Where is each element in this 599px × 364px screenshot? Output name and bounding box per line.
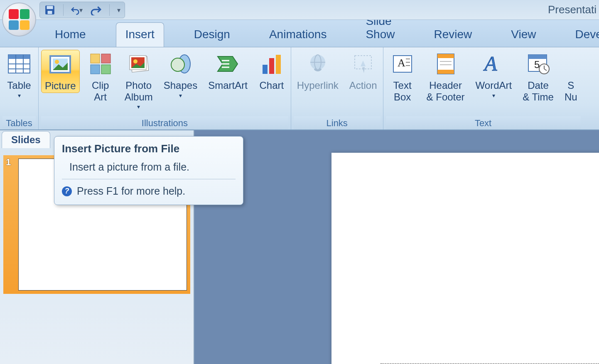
photoalbum-icon [127,52,150,76]
title-bar: ▾ ▾ Presentati [0,0,599,20]
svg-rect-38 [437,54,454,58]
slidenum-icon [565,52,577,76]
table-button[interactable]: Table ▾ [2,50,36,100]
table-icon [7,52,31,76]
tab-insert[interactable]: Insert [116,22,164,47]
action-icon [351,52,375,76]
group-links: Hyperlink Action Links [291,47,383,129]
smartart-button[interactable]: SmartArt [205,50,251,92]
clipart-button[interactable]: Clip Art [84,50,117,103]
svg-rect-44 [528,55,547,59]
svg-rect-39 [437,70,454,74]
tab-design[interactable]: Design [185,23,239,47]
datetime-label: Date & Time [523,80,554,103]
shapes-label: Shapes [164,80,197,91]
quick-access-toolbar: ▾ ▾ [39,2,125,18]
photoalbum-button[interactable]: Photo Album ▾ [121,50,156,111]
thumb-number: 1 [6,157,11,168]
photoalbum-label: Photo Album [125,80,153,103]
tooltip-help-text: Press F1 for more help. [77,185,185,197]
textbox-icon: A [391,52,414,76]
textbox-label: Text Box [393,80,412,103]
group-tables-label: Tables [2,116,36,129]
picture-label: Picture [45,80,76,92]
chart-icon [260,52,283,76]
group-illustrations-label: Illustrations [41,116,288,129]
svg-rect-14 [91,65,100,74]
svg-rect-13 [101,54,110,63]
svg-rect-4 [8,55,30,59]
svg-point-19 [133,59,137,64]
headerfooter-button[interactable]: Header & Footer [423,50,468,103]
dropdown-arrow-icon: ▾ [137,103,140,110]
datetime-button[interactable]: 5 Date & Time [519,50,557,103]
svg-rect-25 [263,65,268,74]
group-illustrations: Picture Clip Art Photo Album ▾ Shapes [39,47,291,129]
clipart-icon [89,52,112,76]
svg-rect-26 [269,58,274,74]
dropdown-arrow-icon: ▾ [179,92,182,99]
tooltip-body: Insert a picture from a file. [69,161,236,173]
tab-developer[interactable]: Developer [566,23,599,47]
ribbon: Table ▾ Tables Picture Clip Art [0,47,599,130]
tab-view[interactable]: View [502,23,545,47]
textbox-button[interactable]: A Text Box [386,50,419,103]
qat-dropdown-icon[interactable]: ▾ [117,6,120,14]
svg-text:A: A [398,57,405,69]
hyperlink-icon [306,52,329,76]
window-title: Presentati [548,3,597,16]
svg-rect-12 [91,54,100,63]
redo-icon[interactable] [90,4,102,16]
tooltip-title: Insert Picture from File [62,142,236,155]
group-tables: Table ▾ Tables [0,47,39,129]
undo-icon[interactable]: ▾ [71,4,83,16]
tooltip: Insert Picture from File Insert a pictur… [54,136,243,205]
smartart-label: SmartArt [208,80,248,91]
slide-editor[interactable] [194,130,599,364]
dropdown-arrow-icon: ▾ [18,92,21,99]
tab-review[interactable]: Review [425,23,481,47]
svg-point-11 [55,60,59,64]
help-icon: ? [62,186,72,196]
hyperlink-label: Hyperlink [297,80,339,91]
svg-rect-2 [48,11,52,14]
tab-home[interactable]: Home [46,23,95,47]
clipart-label: Clip Art [92,80,109,103]
tab-animations[interactable]: Animations [260,23,336,47]
group-text: A Text Box Header & Footer A WordArt ▾ 5 [383,47,583,129]
picture-icon [49,53,72,76]
svg-rect-15 [101,65,110,74]
svg-rect-1 [47,6,53,9]
table-label: Table [7,80,31,91]
shapes-icon [169,52,192,76]
smartart-icon [216,52,239,76]
action-button: Action [346,50,381,92]
slides-tab[interactable]: Slides [2,131,50,148]
wordart-label: WordArt [476,80,512,91]
wordart-icon: A [482,52,505,76]
wordart-button[interactable]: A WordArt ▾ [472,50,516,100]
group-text-label: Text [386,116,581,129]
svg-rect-27 [276,55,281,74]
save-icon[interactable] [44,4,56,16]
svg-point-21 [171,58,184,71]
headerfooter-label: Header & Footer [427,80,465,103]
slide-canvas[interactable] [331,153,599,364]
shapes-button[interactable]: Shapes ▾ [160,50,201,100]
action-label: Action [349,80,377,91]
hyperlink-button: Hyperlink [294,50,342,92]
office-button[interactable] [2,2,36,37]
slidenum-button[interactable]: S Nu [561,50,581,103]
chart-label: Chart [259,80,284,91]
headerfooter-icon [434,52,457,76]
datetime-icon: 5 [527,52,550,76]
tooltip-help: ? Press F1 for more help. [62,185,236,197]
office-logo-icon [9,9,29,30]
dropdown-arrow-icon: ▾ [492,92,495,99]
picture-button[interactable]: Picture [41,50,80,93]
slidenum-label: S Nu [565,80,577,103]
group-links-label: Links [294,116,381,129]
svg-text:A: A [483,52,497,75]
chart-button[interactable]: Chart [255,50,288,92]
ribbon-tabs: Home Insert Design Animations Slide Show… [0,20,599,47]
